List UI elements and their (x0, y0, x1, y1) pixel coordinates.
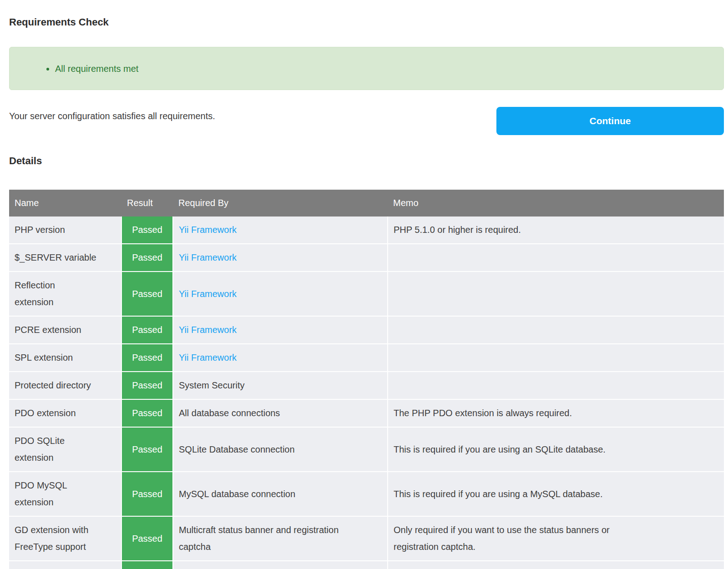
continue-button[interactable]: Continue (496, 107, 724, 135)
requirement-name: PDO extension (9, 399, 121, 427)
required-by: System Security (173, 372, 388, 399)
requirement-name: SPL extension (9, 344, 121, 372)
summary-text: Your server configuration satisfies all … (9, 111, 215, 121)
required-by: Yii Framework (173, 272, 388, 316)
column-header-name: Name (9, 190, 121, 217)
column-header-required-by: Required By (173, 190, 388, 217)
memo (388, 372, 724, 399)
table-row: $_SERVER variable Passed Yii Framework (9, 244, 724, 272)
result-badge: Passed (121, 272, 173, 316)
column-header-result: Result (121, 190, 173, 217)
table-header-row: Name Result Required By Memo (9, 190, 724, 217)
memo (388, 316, 724, 344)
memo (388, 344, 724, 372)
result-badge: Passed (121, 316, 173, 344)
required-by-link[interactable]: Yii Framework (179, 325, 237, 335)
memo: Only required if you want to use the sta… (388, 516, 724, 561)
table-row: PDO SQLite extension Passed SQLite Datab… (9, 427, 724, 472)
alert-item: All requirements met (55, 63, 138, 75)
actions-row: Your server configuration satisfies all … (9, 107, 724, 135)
result-badge: Passed (121, 516, 173, 561)
requirement-name: Protected directory (9, 372, 121, 399)
result-badge: Passed (121, 399, 173, 427)
memo (388, 272, 724, 316)
requirement-name: Reflection extension (9, 272, 121, 316)
success-alert: All requirements met (9, 47, 724, 90)
required-by: MySQL database connection (173, 472, 388, 516)
requirement-name: $_SERVER variable (9, 244, 121, 272)
table-row: Protected directory Passed System Securi… (9, 372, 724, 399)
table-row: GD extension with FreeType support Passe… (9, 516, 724, 561)
memo: This is required if you are using an SQL… (388, 427, 724, 472)
memo (388, 244, 724, 272)
requirement-name: PDO SQLite extension (9, 427, 121, 472)
table-row: SPL extension Passed Yii Framework (9, 344, 724, 372)
column-header-memo: Memo (388, 190, 724, 217)
table-row: PHP version Passed Yii Framework PHP 5.1… (9, 217, 724, 244)
result-badge: Passed (121, 244, 173, 272)
required-by: Yii Framework (173, 217, 388, 244)
required-by: Multicraft status banner and registratio… (173, 516, 388, 561)
table-row: PDO MySQL extension Passed MySQL databas… (9, 472, 724, 516)
requirement-name: PDO MySQL extension (9, 472, 121, 516)
table-row: PDO extension Passed All database connec… (9, 399, 724, 427)
result-badge: Passed (121, 217, 173, 244)
requirement-name (9, 561, 121, 569)
required-by-link[interactable]: Yii Framework (179, 289, 237, 299)
required-by: SQLite Database connection (173, 427, 388, 472)
memo (388, 561, 724, 569)
table-row: PCRE extension Passed Yii Framework (9, 316, 724, 344)
required-by (173, 561, 388, 569)
result-badge: Passed (121, 372, 173, 399)
required-by-link[interactable]: Yii Framework (179, 252, 237, 262)
result-badge: Passed (121, 472, 173, 516)
page-title: Requirements Check (9, 16, 724, 28)
requirements-page: Requirements Check All requirements met … (0, 0, 728, 569)
table-row (9, 561, 724, 569)
required-by: Yii Framework (173, 344, 388, 372)
requirement-name: PHP version (9, 217, 121, 244)
requirements-table: Name Result Required By Memo PHP version… (9, 190, 724, 569)
memo: The PHP PDO extension is always required… (388, 399, 724, 427)
requirement-name: PCRE extension (9, 316, 121, 344)
memo: This is required if you are using a MySQ… (388, 472, 724, 516)
required-by: All database connections (173, 399, 388, 427)
required-by-link[interactable]: Yii Framework (179, 352, 237, 363)
requirement-name: GD extension with FreeType support (9, 516, 121, 561)
details-title: Details (9, 155, 724, 167)
table-row: Reflection extension Passed Yii Framewor… (9, 272, 724, 316)
required-by: Yii Framework (173, 316, 388, 344)
memo: PHP 5.1.0 or higher is required. (388, 217, 724, 244)
required-by-link[interactable]: Yii Framework (179, 225, 237, 235)
required-by: Yii Framework (173, 244, 388, 272)
result-badge: Passed (121, 427, 173, 472)
result-badge: Passed (121, 344, 173, 372)
result-badge (121, 561, 173, 569)
alert-list: All requirements met (10, 63, 138, 75)
